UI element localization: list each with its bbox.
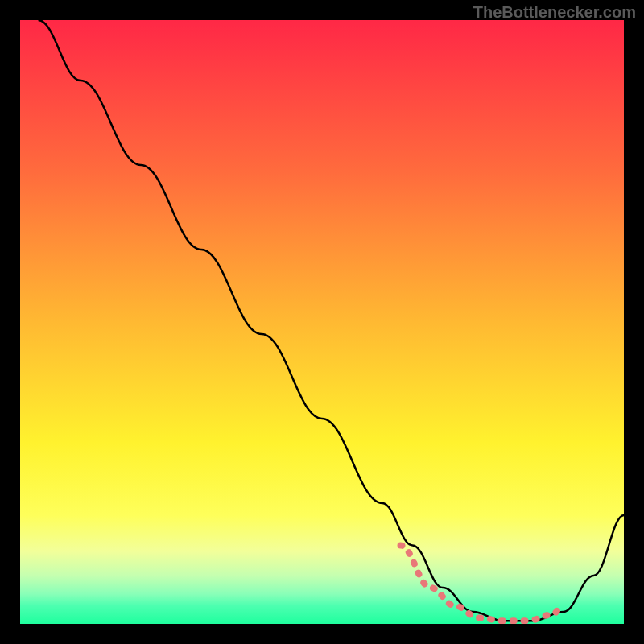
watermark-text: TheBottlenecker.com bbox=[473, 3, 636, 22]
chart-container bbox=[20, 20, 624, 624]
bottleneck-curve bbox=[39, 20, 625, 621]
optimal-zone-highlight bbox=[401, 546, 564, 621]
curve-overlay bbox=[20, 20, 624, 624]
